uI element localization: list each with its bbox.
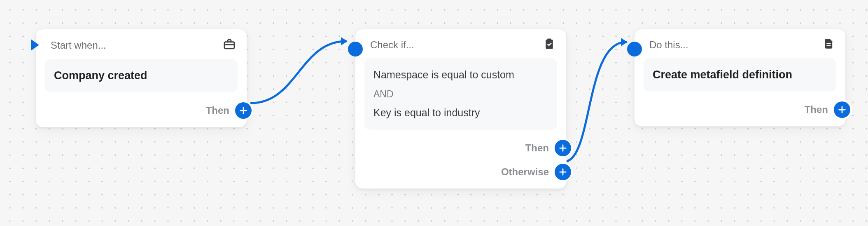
condition-heading: Check if... xyxy=(370,39,414,51)
add-step-button[interactable] xyxy=(235,102,252,119)
trigger-title: Company created xyxy=(54,67,229,84)
add-step-button[interactable] xyxy=(555,164,571,180)
then-label: Then xyxy=(805,104,828,115)
play-icon xyxy=(31,39,39,51)
node-dot-icon xyxy=(627,42,642,56)
then-label: Then xyxy=(525,142,549,154)
then-label: Then xyxy=(206,105,229,116)
condition-otherwise-branch: Otherwise xyxy=(501,164,571,180)
action-heading: Do this... xyxy=(649,39,688,51)
condition-card[interactable]: Check if... Namespace is equal to custom… xyxy=(355,29,567,189)
svg-rect-2 xyxy=(547,39,551,41)
svg-rect-3 xyxy=(826,43,831,44)
action-title: Create metafield definition xyxy=(653,66,827,83)
condition-and: AND xyxy=(373,84,548,105)
condition-line-2: Key is equal to industry xyxy=(373,104,548,122)
add-step-button[interactable] xyxy=(555,140,571,156)
action-card[interactable]: Do this... Create metafield definition T… xyxy=(634,29,846,127)
condition-then-branch: Then xyxy=(525,140,571,156)
node-dot-icon xyxy=(348,42,363,56)
otherwise-label: Otherwise xyxy=(501,166,549,178)
add-step-button[interactable] xyxy=(834,101,850,118)
condition-line-1: Namespace is equal to custom xyxy=(373,66,548,84)
briefcase-icon xyxy=(223,38,236,53)
trigger-then-branch: Then xyxy=(206,102,252,119)
action-then-branch: Then xyxy=(805,101,850,118)
trigger-card[interactable]: Start when... Company created Then xyxy=(35,29,247,127)
svg-rect-4 xyxy=(826,45,831,46)
clipboard-check-icon xyxy=(543,38,555,52)
trigger-heading: Start when... xyxy=(51,40,106,51)
document-icon xyxy=(823,38,835,52)
